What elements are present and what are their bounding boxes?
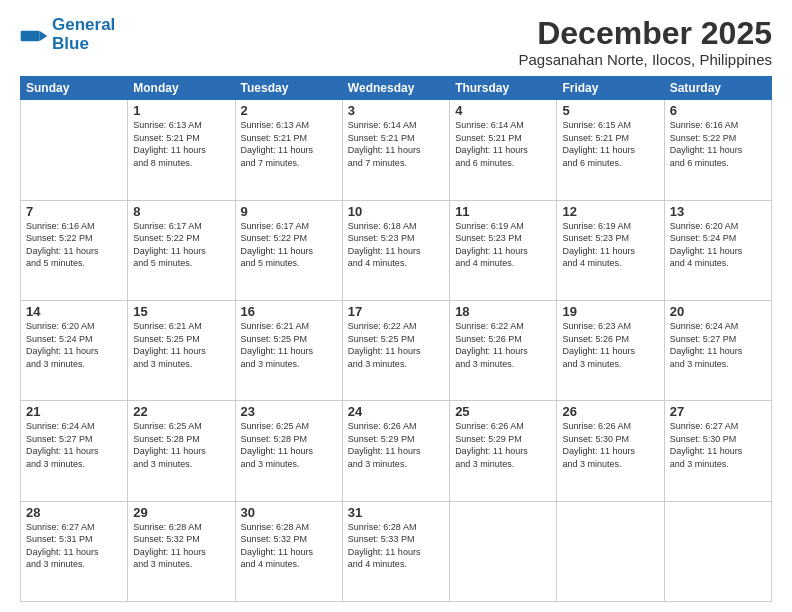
day-number: 28 bbox=[26, 505, 122, 520]
week-row-0: 1Sunrise: 6:13 AM Sunset: 5:21 PM Daylig… bbox=[21, 100, 772, 200]
col-header-saturday: Saturday bbox=[664, 77, 771, 100]
calendar-cell: 11Sunrise: 6:19 AM Sunset: 5:23 PM Dayli… bbox=[450, 200, 557, 300]
day-number: 31 bbox=[348, 505, 444, 520]
day-info: Sunrise: 6:14 AM Sunset: 5:21 PM Dayligh… bbox=[348, 119, 444, 169]
day-number: 19 bbox=[562, 304, 658, 319]
day-number: 10 bbox=[348, 204, 444, 219]
col-header-wednesday: Wednesday bbox=[342, 77, 449, 100]
logo: General Blue bbox=[20, 16, 115, 53]
day-info: Sunrise: 6:19 AM Sunset: 5:23 PM Dayligh… bbox=[455, 220, 551, 270]
calendar-cell: 3Sunrise: 6:14 AM Sunset: 5:21 PM Daylig… bbox=[342, 100, 449, 200]
svg-rect-0 bbox=[21, 30, 40, 41]
calendar-cell: 24Sunrise: 6:26 AM Sunset: 5:29 PM Dayli… bbox=[342, 401, 449, 501]
calendar-cell: 22Sunrise: 6:25 AM Sunset: 5:28 PM Dayli… bbox=[128, 401, 235, 501]
day-number: 14 bbox=[26, 304, 122, 319]
day-info: Sunrise: 6:27 AM Sunset: 5:31 PM Dayligh… bbox=[26, 521, 122, 571]
col-header-monday: Monday bbox=[128, 77, 235, 100]
calendar-table: SundayMondayTuesdayWednesdayThursdayFrid… bbox=[20, 76, 772, 602]
calendar-cell: 12Sunrise: 6:19 AM Sunset: 5:23 PM Dayli… bbox=[557, 200, 664, 300]
day-number: 16 bbox=[241, 304, 337, 319]
col-header-friday: Friday bbox=[557, 77, 664, 100]
day-number: 1 bbox=[133, 103, 229, 118]
day-info: Sunrise: 6:28 AM Sunset: 5:32 PM Dayligh… bbox=[133, 521, 229, 571]
day-info: Sunrise: 6:14 AM Sunset: 5:21 PM Dayligh… bbox=[455, 119, 551, 169]
col-header-thursday: Thursday bbox=[450, 77, 557, 100]
header-row: SundayMondayTuesdayWednesdayThursdayFrid… bbox=[21, 77, 772, 100]
calendar-cell: 17Sunrise: 6:22 AM Sunset: 5:25 PM Dayli… bbox=[342, 300, 449, 400]
day-number: 25 bbox=[455, 404, 551, 419]
day-number: 15 bbox=[133, 304, 229, 319]
day-info: Sunrise: 6:13 AM Sunset: 5:21 PM Dayligh… bbox=[241, 119, 337, 169]
calendar-cell: 19Sunrise: 6:23 AM Sunset: 5:26 PM Dayli… bbox=[557, 300, 664, 400]
day-info: Sunrise: 6:17 AM Sunset: 5:22 PM Dayligh… bbox=[241, 220, 337, 270]
day-info: Sunrise: 6:25 AM Sunset: 5:28 PM Dayligh… bbox=[133, 420, 229, 470]
day-info: Sunrise: 6:19 AM Sunset: 5:23 PM Dayligh… bbox=[562, 220, 658, 270]
day-info: Sunrise: 6:21 AM Sunset: 5:25 PM Dayligh… bbox=[133, 320, 229, 370]
calendar-cell: 6Sunrise: 6:16 AM Sunset: 5:22 PM Daylig… bbox=[664, 100, 771, 200]
calendar-cell: 21Sunrise: 6:24 AM Sunset: 5:27 PM Dayli… bbox=[21, 401, 128, 501]
calendar-cell: 29Sunrise: 6:28 AM Sunset: 5:32 PM Dayli… bbox=[128, 501, 235, 601]
day-number: 6 bbox=[670, 103, 766, 118]
day-info: Sunrise: 6:20 AM Sunset: 5:24 PM Dayligh… bbox=[670, 220, 766, 270]
col-header-sunday: Sunday bbox=[21, 77, 128, 100]
day-number: 7 bbox=[26, 204, 122, 219]
calendar-cell: 13Sunrise: 6:20 AM Sunset: 5:24 PM Dayli… bbox=[664, 200, 771, 300]
day-info: Sunrise: 6:26 AM Sunset: 5:29 PM Dayligh… bbox=[455, 420, 551, 470]
calendar-cell: 4Sunrise: 6:14 AM Sunset: 5:21 PM Daylig… bbox=[450, 100, 557, 200]
day-number: 17 bbox=[348, 304, 444, 319]
day-info: Sunrise: 6:17 AM Sunset: 5:22 PM Dayligh… bbox=[133, 220, 229, 270]
logo-text: General bbox=[52, 16, 115, 35]
day-number: 8 bbox=[133, 204, 229, 219]
day-info: Sunrise: 6:23 AM Sunset: 5:26 PM Dayligh… bbox=[562, 320, 658, 370]
day-info: Sunrise: 6:26 AM Sunset: 5:30 PM Dayligh… bbox=[562, 420, 658, 470]
day-number: 5 bbox=[562, 103, 658, 118]
calendar-cell: 7Sunrise: 6:16 AM Sunset: 5:22 PM Daylig… bbox=[21, 200, 128, 300]
day-info: Sunrise: 6:20 AM Sunset: 5:24 PM Dayligh… bbox=[26, 320, 122, 370]
calendar-cell: 14Sunrise: 6:20 AM Sunset: 5:24 PM Dayli… bbox=[21, 300, 128, 400]
day-number: 30 bbox=[241, 505, 337, 520]
calendar-cell: 1Sunrise: 6:13 AM Sunset: 5:21 PM Daylig… bbox=[128, 100, 235, 200]
day-number: 24 bbox=[348, 404, 444, 419]
day-info: Sunrise: 6:22 AM Sunset: 5:25 PM Dayligh… bbox=[348, 320, 444, 370]
day-number: 3 bbox=[348, 103, 444, 118]
day-number: 13 bbox=[670, 204, 766, 219]
logo-text2: Blue bbox=[52, 35, 115, 54]
calendar-cell: 9Sunrise: 6:17 AM Sunset: 5:22 PM Daylig… bbox=[235, 200, 342, 300]
day-info: Sunrise: 6:16 AM Sunset: 5:22 PM Dayligh… bbox=[26, 220, 122, 270]
calendar-cell bbox=[21, 100, 128, 200]
day-info: Sunrise: 6:24 AM Sunset: 5:27 PM Dayligh… bbox=[670, 320, 766, 370]
day-info: Sunrise: 6:28 AM Sunset: 5:33 PM Dayligh… bbox=[348, 521, 444, 571]
calendar-title: December 2025 bbox=[519, 16, 773, 51]
calendar-cell: 31Sunrise: 6:28 AM Sunset: 5:33 PM Dayli… bbox=[342, 501, 449, 601]
week-row-1: 7Sunrise: 6:16 AM Sunset: 5:22 PM Daylig… bbox=[21, 200, 772, 300]
calendar-cell: 25Sunrise: 6:26 AM Sunset: 5:29 PM Dayli… bbox=[450, 401, 557, 501]
calendar-cell: 23Sunrise: 6:25 AM Sunset: 5:28 PM Dayli… bbox=[235, 401, 342, 501]
calendar-cell: 15Sunrise: 6:21 AM Sunset: 5:25 PM Dayli… bbox=[128, 300, 235, 400]
week-row-3: 21Sunrise: 6:24 AM Sunset: 5:27 PM Dayli… bbox=[21, 401, 772, 501]
calendar-cell: 8Sunrise: 6:17 AM Sunset: 5:22 PM Daylig… bbox=[128, 200, 235, 300]
day-info: Sunrise: 6:28 AM Sunset: 5:32 PM Dayligh… bbox=[241, 521, 337, 571]
day-number: 27 bbox=[670, 404, 766, 419]
day-number: 9 bbox=[241, 204, 337, 219]
day-info: Sunrise: 6:16 AM Sunset: 5:22 PM Dayligh… bbox=[670, 119, 766, 169]
calendar-cell: 16Sunrise: 6:21 AM Sunset: 5:25 PM Dayli… bbox=[235, 300, 342, 400]
day-info: Sunrise: 6:26 AM Sunset: 5:29 PM Dayligh… bbox=[348, 420, 444, 470]
page: General Blue December 2025 Pagsanahan No… bbox=[0, 0, 792, 612]
calendar-cell: 2Sunrise: 6:13 AM Sunset: 5:21 PM Daylig… bbox=[235, 100, 342, 200]
day-number: 2 bbox=[241, 103, 337, 118]
day-number: 21 bbox=[26, 404, 122, 419]
day-number: 23 bbox=[241, 404, 337, 419]
day-info: Sunrise: 6:18 AM Sunset: 5:23 PM Dayligh… bbox=[348, 220, 444, 270]
day-number: 26 bbox=[562, 404, 658, 419]
day-info: Sunrise: 6:21 AM Sunset: 5:25 PM Dayligh… bbox=[241, 320, 337, 370]
day-number: 4 bbox=[455, 103, 551, 118]
calendar-cell: 27Sunrise: 6:27 AM Sunset: 5:30 PM Dayli… bbox=[664, 401, 771, 501]
week-row-4: 28Sunrise: 6:27 AM Sunset: 5:31 PM Dayli… bbox=[21, 501, 772, 601]
day-info: Sunrise: 6:25 AM Sunset: 5:28 PM Dayligh… bbox=[241, 420, 337, 470]
calendar-cell: 5Sunrise: 6:15 AM Sunset: 5:21 PM Daylig… bbox=[557, 100, 664, 200]
calendar-cell bbox=[664, 501, 771, 601]
calendar-cell: 30Sunrise: 6:28 AM Sunset: 5:32 PM Dayli… bbox=[235, 501, 342, 601]
col-header-tuesday: Tuesday bbox=[235, 77, 342, 100]
day-number: 20 bbox=[670, 304, 766, 319]
day-number: 11 bbox=[455, 204, 551, 219]
